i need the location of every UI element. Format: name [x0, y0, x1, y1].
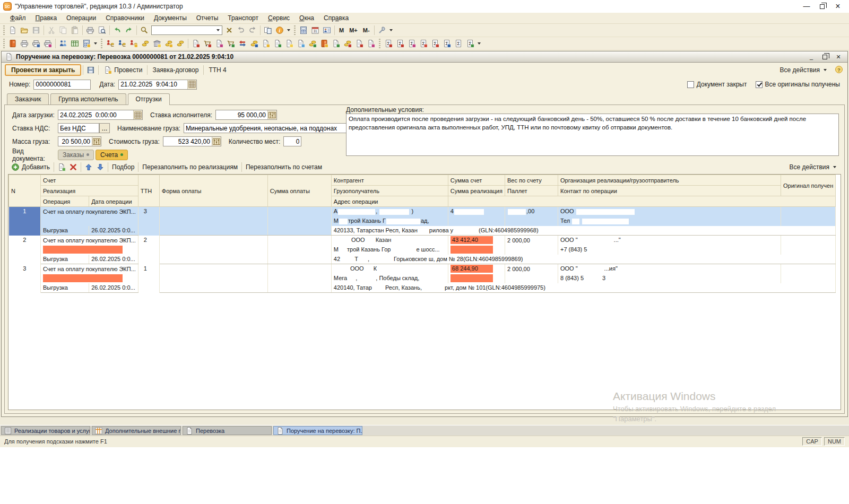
undo-icon[interactable] — [111, 25, 123, 36]
quick-search-combo[interactable] — [151, 25, 222, 35]
catalog-book-icon[interactable] — [7, 38, 19, 49]
transfer-arrows-icon[interactable] — [237, 38, 248, 49]
cart-green-arrow-icon[interactable] — [225, 38, 237, 49]
search-icon[interactable] — [138, 25, 150, 36]
window-tab[interactable]: Дополнительные внешние п... — [92, 426, 181, 435]
paste-icon[interactable] — [69, 25, 81, 36]
table-row-sub2[interactable]: Мега, , Победы склад, 8 (843) 5 3 — [9, 274, 836, 283]
coin-book-icon[interactable] — [318, 38, 330, 49]
memory-m-button[interactable]: M — [336, 27, 346, 33]
calculator-pencil-icon[interactable] — [81, 38, 92, 49]
printer-blue-icon[interactable] — [30, 38, 42, 49]
conditions-textarea[interactable]: Оплата производится после проведения заг… — [346, 114, 839, 156]
menu-Правка[interactable]: Правка — [31, 13, 62, 23]
shipments-table-container[interactable]: NСчетТТНФорма оплатыСумма оплатыКонтраге… — [8, 174, 841, 410]
post-button[interactable]: Провести — [100, 65, 145, 75]
copy-row-button[interactable] — [56, 162, 67, 173]
menu-Окна[interactable]: Окна — [294, 13, 319, 23]
doc-minimize-button[interactable]: _ — [805, 52, 817, 62]
refill-by-invoices-button[interactable]: Перезаполнить по счетам — [244, 162, 324, 172]
menu-Сервис[interactable]: Сервис — [263, 13, 294, 23]
table-row-sub3[interactable]: Выгрузка26.02.2025 0:0...420140, Татар Р… — [9, 283, 836, 293]
rate-calc-button[interactable] — [267, 110, 276, 119]
all-originals-checkbox[interactable]: Все оригиналы получены — [756, 81, 841, 88]
number-input[interactable] — [33, 80, 91, 90]
table-row[interactable]: 1Счет на оплату покупателю ЭКП...3А, )4,… — [9, 207, 836, 216]
table-row[interactable]: 3Счет на оплату покупателю ЭКП...1 ООО К… — [9, 264, 836, 274]
money-table-icon[interactable] — [69, 38, 81, 49]
refill-by-sales-button[interactable]: Перезаполнить по реализациям — [140, 162, 240, 172]
history-forward-icon[interactable] — [247, 25, 258, 36]
coin-icon[interactable] — [163, 38, 175, 49]
delete-row-button[interactable] — [67, 162, 79, 173]
load-date-calendar-button[interactable] — [133, 110, 142, 119]
clear-search-icon[interactable] — [223, 25, 235, 36]
sigma-report-blue-icon[interactable]: Σ — [441, 38, 453, 49]
sigma-report-cube-icon[interactable]: Σ — [418, 38, 429, 49]
kind-orders-toggle[interactable]: Заказы — [58, 150, 94, 160]
shipments-table[interactable]: NСчетТТНФорма оплатыСумма оплатыКонтраге… — [8, 175, 836, 293]
memory-mplus-button[interactable]: M+ — [346, 27, 360, 33]
menu-Документы[interactable]: Документы — [149, 13, 192, 23]
service-wrench-icon[interactable] — [376, 25, 388, 36]
vat-select-button[interactable]: ... — [99, 123, 110, 133]
post-and-close-button[interactable]: Провести и закрыть — [5, 64, 81, 76]
calculator-icon[interactable] — [298, 25, 309, 36]
add-row-button[interactable]: Добавить — [9, 162, 52, 172]
customer-cart-gold-icon[interactable] — [128, 38, 140, 49]
bank-coins-icon[interactable] — [151, 38, 163, 49]
cut-icon[interactable] — [46, 25, 57, 36]
cargo-name-input[interactable] — [184, 123, 354, 133]
window-tab[interactable]: Перевозка — [183, 426, 272, 435]
doc-coin-icon[interactable] — [260, 38, 272, 49]
history-back-icon[interactable] — [235, 25, 247, 36]
mass-calc-button[interactable] — [92, 137, 101, 146]
chevron-down-icon[interactable] — [478, 42, 481, 45]
coins-icon[interactable] — [140, 38, 151, 49]
places-input[interactable] — [283, 136, 301, 146]
customer-cart-red-icon[interactable] — [105, 38, 116, 49]
doc-pink-mark-icon[interactable] — [365, 38, 377, 49]
menu-Транспорт[interactable]: Транспорт — [223, 13, 263, 23]
date-input[interactable] — [119, 81, 187, 89]
cost-calc-button[interactable] — [212, 137, 221, 146]
document-closed-checkbox[interactable]: Документ закрыт — [687, 81, 747, 88]
help-icon[interactable]: ? — [835, 65, 844, 75]
people-icon[interactable] — [57, 38, 69, 49]
menu-Справочники[interactable]: Справочники — [101, 13, 149, 23]
doc-restore-button[interactable] — [822, 55, 827, 59]
doc-customer-red-icon[interactable] — [190, 38, 202, 49]
sigma-report-red2-icon[interactable]: Σ — [394, 38, 406, 49]
printer-icon[interactable] — [19, 38, 30, 49]
move-up-button[interactable] — [83, 162, 94, 173]
contract-request-button[interactable]: Заявка-договор — [149, 65, 202, 75]
menu-Файл[interactable]: Файл — [5, 13, 31, 23]
plus-coins-icon[interactable] — [307, 38, 318, 49]
memory-mminus-button[interactable]: M- — [360, 27, 372, 33]
doc-customer-pink-icon[interactable] — [213, 38, 225, 49]
kind-invoices-toggle[interactable]: Счета — [96, 150, 128, 160]
open-folder-icon[interactable] — [19, 25, 30, 36]
coins-pair-icon[interactable] — [175, 38, 186, 49]
doc-close-button[interactable]: × — [833, 52, 844, 62]
save-button[interactable] — [85, 64, 97, 75]
minimize-button[interactable]: — — [799, 1, 815, 12]
table-row-sub3[interactable]: Выгрузка26.02.2025 0:0...42 Т, Горьковск… — [9, 255, 836, 264]
print-icon[interactable] — [84, 25, 96, 36]
coins-refresh-icon[interactable] — [248, 38, 260, 49]
date-calendar-button[interactable] — [187, 80, 196, 89]
move-down-button[interactable] — [94, 162, 106, 173]
ttn4-button[interactable]: ТТН 4 — [205, 65, 229, 75]
restore-button[interactable] — [820, 4, 825, 9]
sigma-report-flag-icon[interactable]: Σ — [429, 38, 441, 49]
user-card-icon[interactable] — [321, 25, 333, 36]
doc-green-arrow-icon[interactable] — [272, 38, 283, 49]
mass-input[interactable] — [58, 137, 92, 145]
window-tab[interactable]: Поручение на перевозку: П... — [273, 426, 362, 435]
doc-check-icon[interactable] — [330, 38, 342, 49]
vat-input[interactable] — [58, 124, 99, 132]
copy-icon[interactable] — [57, 25, 69, 36]
load-date-input[interactable] — [58, 111, 133, 119]
cost-input[interactable] — [163, 137, 212, 145]
sigma-report-red-icon[interactable]: Σ — [383, 38, 394, 49]
